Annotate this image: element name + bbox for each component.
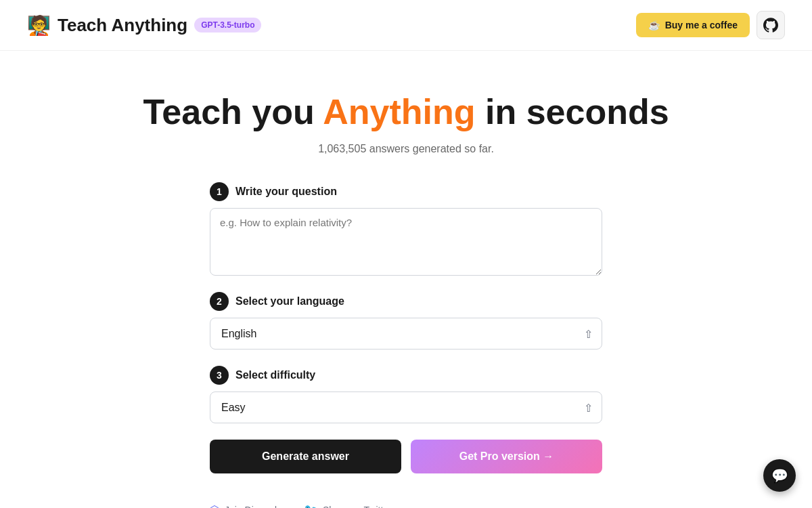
title-prefix: Teach you: [143, 92, 323, 131]
difficulty-select[interactable]: Easy Medium Hard: [210, 391, 602, 423]
action-buttons: Generate answer Get Pro version →: [210, 440, 602, 473]
logo-area: 🧑‍🏫 Teach Anything GPT-3.5-turbo: [27, 14, 261, 37]
gpt-badge: GPT-3.5-turbo: [194, 18, 261, 33]
step1-text: Write your question: [235, 186, 337, 198]
discord-icon: ⬡: [210, 503, 219, 508]
header: 🧑‍🏫 Teach Anything GPT-3.5-turbo ☕ Buy m…: [0, 0, 812, 51]
generate-answer-button[interactable]: Generate answer: [210, 440, 401, 473]
title-suffix: in seconds: [476, 92, 669, 131]
step3-badge: 3: [210, 366, 229, 385]
hero-title: Teach you Anything in seconds: [143, 91, 669, 132]
buy-coffee-button[interactable]: ☕ Buy me a coffee: [636, 13, 750, 37]
step3-section: 3 Select difficulty Easy Medium Hard ⇧: [210, 366, 602, 423]
step1-label: 1 Write your question: [210, 182, 602, 201]
difficulty-select-wrapper: Easy Medium Hard ⇧: [210, 391, 602, 423]
subtitle: 1,063,505 answers generated so far.: [318, 143, 494, 155]
main-content: Teach you Anything in seconds 1,063,505 …: [0, 51, 812, 508]
question-input[interactable]: [210, 208, 602, 276]
form: 1 Write your question 2 Select your lang…: [210, 182, 602, 508]
get-pro-button[interactable]: Get Pro version →: [411, 440, 602, 473]
header-actions: ☕ Buy me a coffee: [636, 11, 785, 39]
discord-label: Join Discord: [225, 505, 277, 509]
buy-coffee-label: Buy me a coffee: [665, 20, 738, 30]
twitter-icon: 🐦: [304, 503, 317, 508]
step1-section: 1 Write your question: [210, 182, 602, 276]
twitter-link[interactable]: 🐦 Share on Twitter: [304, 503, 392, 508]
title-highlight: Anything: [323, 92, 475, 131]
step2-text: Select your language: [235, 295, 344, 308]
footer-links: ⬡ Join Discord 🐦 Share on Twitter: [210, 503, 602, 508]
chat-bubble-button[interactable]: 💬: [763, 459, 796, 492]
twitter-label: Share on Twitter: [323, 505, 392, 509]
step3-label: 3 Select difficulty: [210, 366, 602, 385]
step2-label: 2 Select your language: [210, 292, 602, 311]
step1-badge: 1: [210, 182, 229, 201]
github-icon: [763, 18, 778, 33]
language-select[interactable]: English Spanish French German Chinese Ja…: [210, 318, 602, 350]
discord-link[interactable]: ⬡ Join Discord: [210, 503, 277, 508]
coffee-emoji: ☕: [648, 20, 660, 30]
github-button[interactable]: [757, 11, 785, 39]
chat-bubble-icon: 💬: [771, 467, 788, 484]
step3-text: Select difficulty: [235, 369, 315, 381]
logo-emoji: 🧑‍🏫: [27, 14, 51, 37]
language-select-wrapper: English Spanish French German Chinese Ja…: [210, 318, 602, 350]
step2-section: 2 Select your language English Spanish F…: [210, 292, 602, 350]
step2-badge: 2: [210, 292, 229, 311]
app-title: Teach Anything: [58, 15, 187, 36]
